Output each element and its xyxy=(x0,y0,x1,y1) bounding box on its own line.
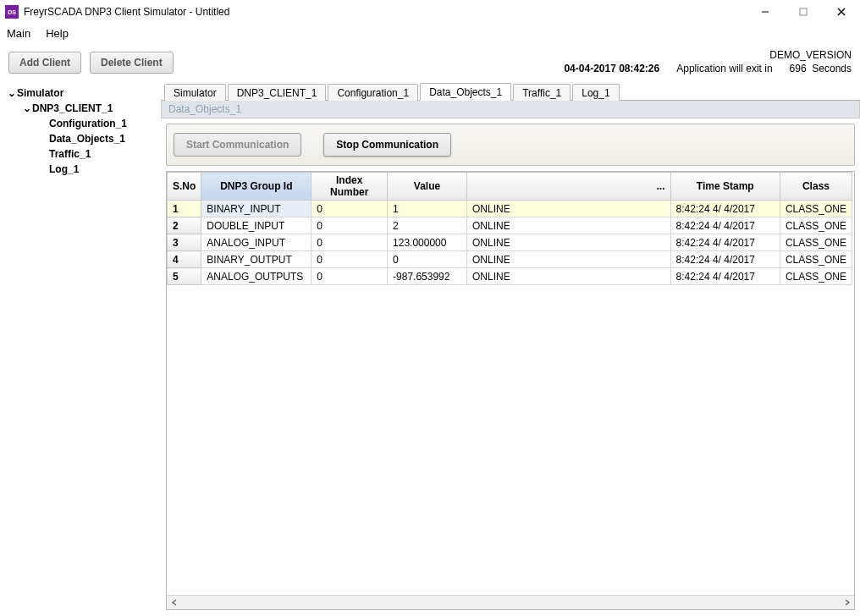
demo-version-label: DEMO_VERSION xyxy=(769,49,852,63)
cell-group: BINARY_INPUT xyxy=(201,201,311,217)
menu-main[interactable]: Main xyxy=(7,27,30,40)
breadcrumb: Data_Objects_1 xyxy=(161,101,860,118)
col-class[interactable]: Class xyxy=(780,173,852,201)
add-client-button[interactable]: Add Client xyxy=(8,52,81,74)
stop-communication-button[interactable]: Stop Communication xyxy=(323,133,451,157)
collapse-icon[interactable]: ⌄ xyxy=(22,102,32,114)
menu-help[interactable]: Help xyxy=(46,27,69,40)
tab-configuration[interactable]: Configuration_1 xyxy=(328,84,418,101)
cell-group: ANALOG_INPUT xyxy=(201,234,311,251)
cell-sno: 4 xyxy=(168,251,201,268)
cell-index: 0 xyxy=(311,217,388,234)
cell-timestamp: 8:42:24 4/ 4/2017 xyxy=(670,217,780,234)
cell-index: 0 xyxy=(311,268,388,285)
scroll-left-icon[interactable] xyxy=(167,596,181,610)
col-value[interactable]: Value xyxy=(388,173,467,201)
window-title: FreyrSCADA DNP3 Client Simulator - Untit… xyxy=(24,6,746,18)
cell-timestamp: 8:42:24 4/ 4/2017 xyxy=(670,268,780,285)
tab-strip: Simulator DNP3_CLIENT_1 Configuration_1 … xyxy=(161,80,860,101)
minimize-button[interactable] xyxy=(746,0,784,24)
status-area: DEMO_VERSION 04-04-2017 08:42:26 Applica… xyxy=(564,49,852,75)
col-timestamp[interactable]: Time Stamp xyxy=(670,173,780,201)
tree-traffic[interactable]: Traffic_1 xyxy=(3,146,157,162)
cell-status: ONLINE xyxy=(466,251,670,268)
maximize-button[interactable] xyxy=(784,0,822,24)
cell-class: CLASS_ONE xyxy=(780,251,852,268)
tab-data-objects[interactable]: Data_Objects_1 xyxy=(420,83,511,101)
cell-group: BINARY_OUTPUT xyxy=(201,251,311,268)
tab-log[interactable]: Log_1 xyxy=(572,84,619,101)
cell-value: 0 xyxy=(388,251,467,268)
exit-seconds: 696 Seconds xyxy=(790,63,852,76)
tree-log[interactable]: Log_1 xyxy=(3,162,157,177)
cell-value: 123.000000 xyxy=(388,234,467,251)
datetime-label: 04-04-2017 08:42:26 xyxy=(564,63,659,76)
data-table: S.No DNP3 Group Id Index Number Value ..… xyxy=(167,172,852,285)
cell-class: CLASS_ONE xyxy=(780,201,852,217)
cell-status: ONLINE xyxy=(466,217,670,234)
cell-group: ANALOG_OUTPUTS xyxy=(201,268,311,285)
horizontal-scrollbar[interactable] xyxy=(167,595,854,609)
scroll-right-icon[interactable] xyxy=(840,596,854,610)
table-row[interactable]: 4BINARY_OUTPUT00ONLINE8:42:24 4/ 4/2017C… xyxy=(168,251,852,268)
cell-sno: 5 xyxy=(168,268,201,285)
exit-label: Application will exit in xyxy=(676,63,772,76)
cell-sno: 1 xyxy=(168,201,201,217)
tab-dnp3-client[interactable]: DNP3_CLIENT_1 xyxy=(228,84,327,101)
cell-sno: 3 xyxy=(168,234,201,251)
start-communication-button[interactable]: Start Communication xyxy=(174,133,301,157)
tree-data-objects[interactable]: Data_Objects_1 xyxy=(3,131,157,146)
cell-sno: 2 xyxy=(168,217,201,234)
data-table-container: S.No DNP3 Group Id Index Number Value ..… xyxy=(166,171,855,610)
collapse-icon[interactable]: ⌄ xyxy=(7,87,17,99)
inner-toolbar: Start Communication Stop Communication xyxy=(166,124,855,166)
table-row[interactable]: 2DOUBLE_INPUT02ONLINE8:42:24 4/ 4/2017CL… xyxy=(168,217,852,234)
cell-timestamp: 8:42:24 4/ 4/2017 xyxy=(670,251,780,268)
cell-index: 0 xyxy=(311,251,388,268)
close-button[interactable] xyxy=(822,0,860,24)
tree-root[interactable]: ⌄Simulator xyxy=(3,85,157,101)
delete-client-button[interactable]: Delete Client xyxy=(90,52,174,74)
cell-class: CLASS_ONE xyxy=(780,268,852,285)
table-row[interactable]: 3ANALOG_INPUT0123.000000ONLINE8:42:24 4/… xyxy=(168,234,852,251)
table-row[interactable]: 1BINARY_INPUT01ONLINE8:42:24 4/ 4/2017CL… xyxy=(168,201,852,217)
col-sno[interactable]: S.No xyxy=(168,173,201,201)
tree-configuration[interactable]: Configuration_1 xyxy=(3,116,157,131)
col-index[interactable]: Index Number xyxy=(311,173,388,201)
cell-value: 1 xyxy=(388,201,467,217)
cell-value: -987.653992 xyxy=(388,268,467,285)
cell-group: DOUBLE_INPUT xyxy=(201,217,311,234)
cell-status: ONLINE xyxy=(466,201,670,217)
app-icon: DS xyxy=(5,5,19,19)
cell-status: ONLINE xyxy=(466,268,670,285)
cell-class: CLASS_ONE xyxy=(780,217,852,234)
tab-simulator[interactable]: Simulator xyxy=(164,84,226,101)
tree-client[interactable]: ⌄DNP3_CLIENT_1 xyxy=(3,101,157,116)
cell-class: CLASS_ONE xyxy=(780,234,852,251)
cell-status: ONLINE xyxy=(466,234,670,251)
cell-value: 2 xyxy=(388,217,467,234)
tree-pane: ⌄Simulator ⌄DNP3_CLIENT_1 Configuration_… xyxy=(0,80,161,615)
cell-timestamp: 8:42:24 4/ 4/2017 xyxy=(670,234,780,251)
svg-rect-1 xyxy=(800,8,807,15)
cell-index: 0 xyxy=(311,201,388,217)
col-status[interactable]: ... xyxy=(466,173,670,201)
col-group[interactable]: DNP3 Group Id xyxy=(201,173,311,201)
cell-timestamp: 8:42:24 4/ 4/2017 xyxy=(670,201,780,217)
table-row[interactable]: 5ANALOG_OUTPUTS0-987.653992ONLINE8:42:24… xyxy=(168,268,852,285)
tab-traffic[interactable]: Traffic_1 xyxy=(513,84,571,101)
cell-index: 0 xyxy=(311,234,388,251)
